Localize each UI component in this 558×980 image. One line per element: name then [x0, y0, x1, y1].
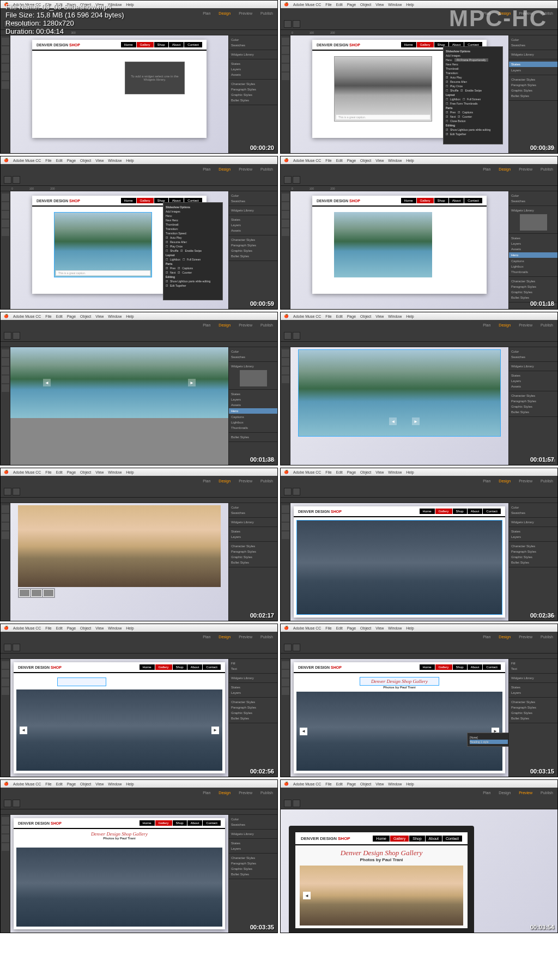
- slideshow-hero-image[interactable]: [18, 505, 221, 587]
- text-edit-box[interactable]: [57, 677, 106, 686]
- timestamp: 00:00:20: [250, 144, 274, 151]
- paragraph-style-dropdown[interactable]: [None] Heading 1 style: [467, 733, 508, 747]
- video-thumbnail[interactable]: 🍎Adobe Muse CCFileEditPageObjectViewWind…: [0, 156, 278, 310]
- thumbnail-strip[interactable]: [18, 588, 55, 598]
- file-duration: Duration: 00:04:14: [5, 27, 124, 35]
- crop-tool[interactable]: [2, 46, 9, 54]
- slideshow-hero-image[interactable]: This is a great caption.: [334, 56, 432, 122]
- video-thumbnail[interactable]: 🍎Adobe Muse CCFileEditPageObjectViewWind…: [280, 156, 558, 310]
- video-thumbnail[interactable]: 🍎Adobe Muse CCFileEditPageObjectViewWind…: [0, 468, 278, 621]
- text-tool[interactable]: [2, 55, 9, 63]
- desktop-monitor: DENVERDESIGNSHOP HomeGalleryShopAboutCon…: [289, 826, 474, 933]
- prev-arrow-button[interactable]: ◄: [389, 418, 397, 425]
- slide-thumb[interactable]: [31, 589, 42, 597]
- prev-arrow-button[interactable]: ◄: [303, 892, 311, 899]
- rectangle-tool[interactable]: [2, 64, 9, 71]
- file-size: File Size: 15,8 MB (16 596 204 bytes): [5, 11, 124, 19]
- prev-arrow-button[interactable]: ◄: [43, 379, 51, 386]
- design-canvas[interactable]: DENVERDESIGNSHOP HomeGalleryShopAboutCon…: [32, 40, 207, 138]
- file-resolution: Resolution: 1280x720: [5, 19, 124, 27]
- video-thumbnail[interactable]: 🍎Adobe Muse CCFileEditPageObjectViewWind…: [0, 624, 278, 777]
- slide-thumb[interactable]: [19, 589, 30, 597]
- video-thumbnail[interactable]: 🍎Adobe Muse CCFileEditPageObjectViewWind…: [280, 312, 558, 465]
- caption-bar[interactable]: This is a great caption.: [336, 114, 430, 120]
- photo-credit-text: Photos by Paul Trani: [14, 837, 225, 840]
- selection-tool[interactable]: [2, 38, 9, 45]
- widget-thumbnail[interactable]: [520, 214, 547, 231]
- video-thumbnail[interactable]: 🍎Adobe Muse CCFileEditPageObjectViewWind…: [280, 624, 558, 777]
- slideshow-hero-image[interactable]: [16, 848, 222, 927]
- slideshow-hero-image[interactable]: ◄ ►: [298, 349, 501, 437]
- slideshow-options-panel[interactable]: Slideshow Options Add Images Hero:Fit Fr…: [443, 46, 503, 144]
- video-thumbnail[interactable]: 🍎Adobe Muse CCFileEditPageObjectViewWind…: [280, 468, 558, 621]
- photo-credit-text: Photos by Paul Trani: [295, 857, 468, 862]
- file-info-overlay: File Name: 03_03-Slideshow.mp4 File Size…: [5, 3, 124, 35]
- slideshow-hero-image[interactable]: [296, 520, 502, 615]
- next-arrow-button[interactable]: ►: [412, 418, 420, 425]
- gallery-title-text[interactable]: Denver Design Shop Gallery: [360, 677, 439, 686]
- slideshow-hero-image[interactable]: ◄: [300, 866, 463, 925]
- photo-credit-text[interactable]: Photos by Paul Trani: [294, 686, 505, 689]
- right-panels: ColorSwatches Widgets Library StatesLaye…: [228, 35, 277, 153]
- widget-drop-zone[interactable]: To add a widget select one in the Widget…: [125, 62, 185, 94]
- tools-panel: [1, 35, 10, 153]
- slideshow-hero-image[interactable]: This is a great caption.: [54, 212, 152, 277]
- next-arrow-button[interactable]: ►: [211, 727, 219, 734]
- slideshow-options-panel[interactable]: Slideshow Options Add Images Hero: New H…: [163, 202, 223, 300]
- file-name: File Name: 03_03-Slideshow.mp4: [5, 3, 124, 11]
- thumbnail-grid: 🍎 Adobe Muse CC FileEditPageObjectViewWi…: [0, 0, 558, 933]
- prev-arrow-button[interactable]: ◄: [20, 727, 27, 734]
- player-logo: MPC-HC: [449, 5, 547, 32]
- gallery-title-text: Denver Design Shop Gallery: [14, 831, 225, 837]
- preview-mode-tab[interactable]: Preview: [519, 791, 532, 795]
- gallery-title-text: Denver Design Shop Gallery: [295, 849, 468, 857]
- hand-tool[interactable]: [2, 72, 9, 80]
- slideshow-hero-image[interactable]: ◄ ►: [296, 692, 502, 771]
- slideshow-hero-image[interactable]: [334, 212, 432, 277]
- zoom-tool[interactable]: [2, 81, 9, 89]
- video-thumbnail[interactable]: 🍎Adobe Muse CCFileEditPageObjectViewWind…: [280, 779, 558, 933]
- slideshow-hero-image[interactable]: ◄ ►: [10, 347, 228, 418]
- next-arrow-button[interactable]: ►: [188, 379, 196, 386]
- video-thumbnail[interactable]: 🍎Adobe Muse CCFileEditPageObjectViewWind…: [0, 779, 278, 933]
- slide-thumb[interactable]: [43, 589, 54, 597]
- video-thumbnail[interactable]: 🍎Adobe Muse CCFileEditPageObjectViewWind…: [0, 312, 278, 465]
- slideshow-hero-image[interactable]: ◄ ►: [16, 689, 222, 771]
